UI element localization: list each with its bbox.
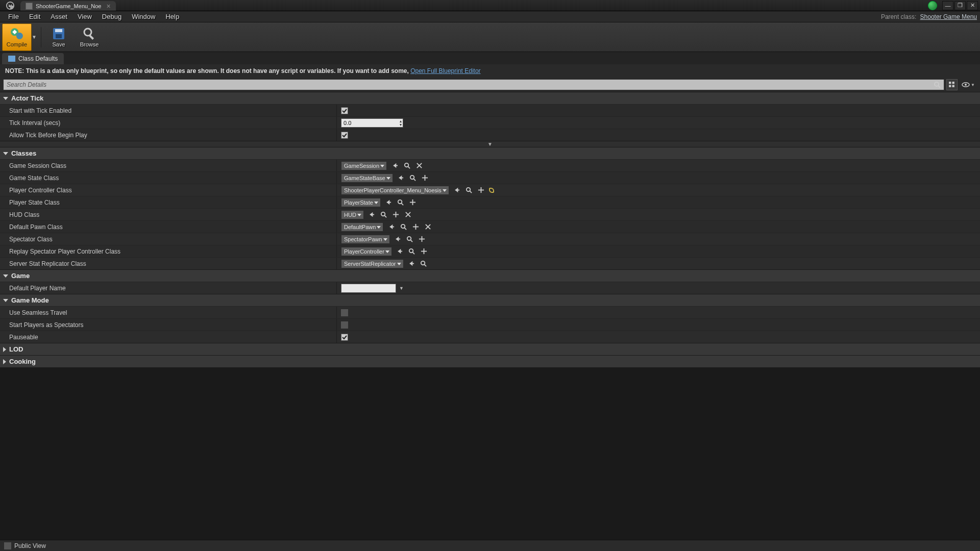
bottom-bar: Public View (0, 540, 980, 551)
public-view-label: Public View (14, 542, 46, 549)
search-icon[interactable] (407, 247, 416, 256)
class-row: Game State ClassGameStateBase (0, 171, 980, 184)
class-row: Spectator ClassSpectatorPawn (0, 233, 980, 245)
parent-class-link[interactable]: Shooter Game Menu (920, 13, 977, 20)
class-dropdown[interactable]: PlayerState (341, 198, 381, 207)
menu-file[interactable]: File (3, 13, 24, 20)
view-options-button[interactable]: ▼ (960, 82, 977, 88)
add-icon[interactable] (421, 173, 430, 183)
tab-class-defaults[interactable]: Class Defaults (2, 53, 64, 64)
back-icon[interactable] (452, 186, 461, 195)
class-dropdown[interactable]: HUD (341, 210, 364, 219)
menu-debug[interactable]: Debug (97, 13, 127, 20)
menu-asset[interactable]: Asset (45, 13, 72, 20)
open-full-editor-link[interactable]: Open Full Blueprint Editor (410, 67, 480, 74)
search-icon[interactable] (399, 222, 408, 232)
section-classes[interactable]: Classes (0, 147, 980, 159)
back-icon[interactable] (384, 198, 393, 207)
maximize-button[interactable]: ❐ (954, 1, 966, 10)
clear-icon[interactable] (414, 161, 424, 170)
checkbox-public-view[interactable] (4, 542, 11, 549)
source-control-icon[interactable] (928, 1, 937, 10)
add-icon[interactable] (411, 222, 420, 232)
class-row: HUD ClassHUD (0, 208, 980, 220)
class-row: Default Pawn ClassDefaultPawn (0, 220, 980, 233)
search-icon[interactable] (464, 186, 474, 195)
class-row: Replay Spectator Player Controller Class… (0, 245, 980, 257)
add-icon[interactable] (477, 186, 486, 195)
search-icon[interactable] (402, 161, 411, 170)
panel-tabbar: Class Defaults (0, 52, 980, 64)
checkbox-pauseable[interactable] (341, 334, 348, 341)
search-input[interactable]: Search Details (3, 79, 944, 90)
section-cooking[interactable]: Cooking (0, 355, 980, 367)
add-icon[interactable] (408, 198, 418, 207)
property-label: HUD Class (0, 209, 337, 220)
back-icon[interactable] (393, 235, 402, 244)
search-icon[interactable] (396, 198, 405, 207)
add-icon[interactable] (418, 235, 427, 244)
app-logo-icon (0, 0, 20, 11)
section-actor-tick[interactable]: Actor Tick (0, 92, 980, 104)
tick-interval-input[interactable]: 0.0▴▾ (341, 118, 403, 128)
menu-help[interactable]: Help (160, 13, 184, 20)
class-dropdown[interactable]: DefaultPawn (341, 222, 383, 232)
section-expander-icon[interactable]: ▼ (0, 141, 980, 147)
toolbar: Compile ▼ Save Browse (0, 22, 980, 52)
back-icon[interactable] (407, 259, 416, 268)
back-icon[interactable] (367, 210, 376, 219)
add-icon[interactable] (391, 210, 401, 219)
titlebar: ShooterGame_Menu_Noe × — ❐ ✕ (0, 0, 980, 11)
default-player-name-input[interactable] (341, 284, 396, 293)
save-button[interactable]: Save (43, 23, 74, 51)
tab-close-icon[interactable]: × (106, 2, 110, 10)
clear-icon[interactable] (423, 222, 432, 232)
back-icon[interactable] (395, 247, 404, 256)
menu-window[interactable]: Window (127, 13, 160, 20)
property-label: Server Stat Replicator Class (0, 258, 337, 269)
class-dropdown[interactable]: GameSession (341, 161, 387, 170)
checkbox-allow-before[interactable] (341, 132, 348, 139)
compile-button[interactable]: Compile (2, 23, 32, 51)
property-matrix-button[interactable] (946, 79, 958, 90)
search-icon[interactable] (408, 173, 418, 183)
checkbox-seamless[interactable] (341, 309, 348, 316)
chevron-down-icon[interactable]: ▼ (399, 286, 404, 291)
class-dropdown[interactable]: GameStateBase (341, 173, 393, 183)
back-icon[interactable] (390, 161, 399, 170)
back-icon[interactable] (386, 222, 396, 232)
section-game[interactable]: Game (0, 269, 980, 282)
menubar: FileEditAssetViewDebugWindowHelp Parent … (0, 11, 980, 22)
search-icon (934, 81, 941, 90)
search-icon[interactable] (419, 259, 428, 268)
minimize-button[interactable]: — (942, 1, 953, 10)
search-icon[interactable] (379, 210, 388, 219)
document-tab[interactable]: ShooterGame_Menu_Noe × (20, 1, 116, 11)
row-seamless-travel: Use Seamless Travel (0, 306, 980, 318)
compile-dropdown-icon[interactable]: ▼ (32, 34, 39, 40)
menu-edit[interactable]: Edit (24, 13, 45, 20)
class-dropdown[interactable]: ServerStatReplicator (341, 259, 404, 268)
back-icon[interactable] (396, 173, 405, 183)
add-icon[interactable] (420, 247, 429, 256)
row-start-spectators: Start Players as Spectators (0, 318, 980, 331)
browse-button[interactable]: Browse (74, 23, 105, 51)
menu-view[interactable]: View (72, 13, 97, 20)
class-dropdown[interactable]: PlayerController (341, 247, 392, 256)
property-label: Game State Class (0, 172, 337, 184)
clear-icon[interactable] (404, 210, 413, 219)
details-panel: Actor Tick Start with Tick Enabled Tick … (0, 92, 980, 367)
window-controls: — ❐ ✕ (928, 0, 980, 11)
close-button[interactable]: ✕ (967, 1, 978, 10)
checkbox-start-tick[interactable] (341, 107, 348, 114)
section-lod[interactable]: LOD (0, 343, 980, 355)
section-game-mode[interactable]: Game Mode (0, 294, 980, 306)
defaults-icon (8, 56, 15, 62)
class-dropdown[interactable]: ShooterPlayerController_Menu_Noesis (341, 186, 449, 195)
search-icon[interactable] (405, 235, 414, 244)
row-default-player-name: Default Player Name ▼ (0, 282, 980, 294)
revert-icon[interactable] (489, 188, 494, 193)
property-label: Default Pawn Class (0, 221, 337, 233)
class-dropdown[interactable]: SpectatorPawn (341, 235, 390, 244)
checkbox-spectators[interactable] (341, 321, 348, 329)
